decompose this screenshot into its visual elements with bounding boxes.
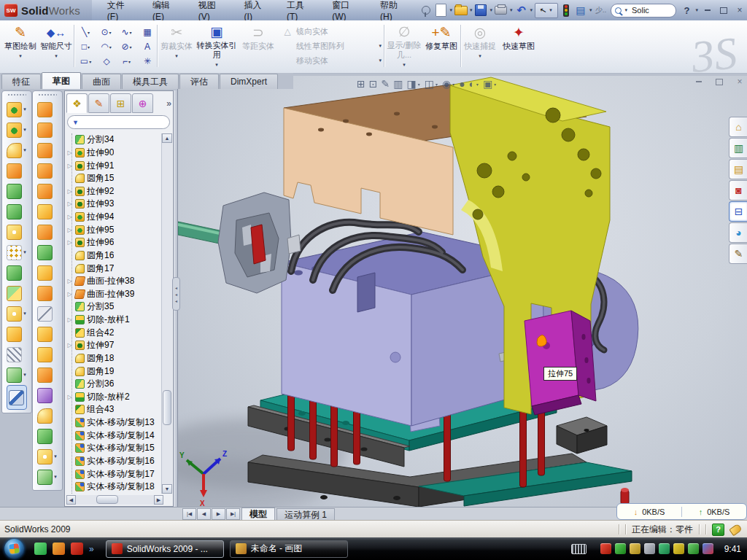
tree-item[interactable]: ▷ 拉伸97 [66, 339, 163, 352]
arc-icon[interactable]: ◠▾ [96, 39, 117, 54]
tree-item[interactable]: ▷ 拉伸92 [66, 185, 163, 198]
tree-item[interactable]: ▷ 组合42 [66, 326, 163, 339]
tabs-overflow-button[interactable]: » [166, 93, 171, 113]
tree-item[interactable]: ▷ 圆角17 [66, 262, 163, 275]
graphics-area[interactable]: Y Z X ⊞▾⊡▾✎▾▥▾◨▾◫▾◉▾●▾◐▾▣▾ ⌂▥▤◙⊟◕✎ 拉伸75 [177, 76, 747, 507]
minimize-button[interactable] [700, 4, 715, 16]
boundary-surface-icon[interactable]: ▾ [37, 160, 58, 181]
trim-surface-icon[interactable]: ▾ [37, 365, 58, 385]
hscroll-thumb[interactable] [96, 495, 118, 504]
tree-item[interactable]: ▷ 圆角16 [66, 249, 163, 262]
swept-surface-icon[interactable]: ▾ [37, 99, 58, 120]
ribbon-tab[interactable]: DimXpert [220, 74, 278, 89]
tag-icon[interactable] [729, 523, 743, 536]
menu-item[interactable]: 插入(I) [235, 0, 277, 20]
circle-icon[interactable]: ⊙▾ [96, 25, 117, 39]
antivirus-icon[interactable] [600, 543, 611, 554]
expander-icon[interactable]: ▷ [66, 394, 73, 400]
menu-item[interactable]: 视图(V) [189, 0, 235, 20]
repair-sketch-button[interactable]: +✎ 修复草图 [425, 23, 458, 69]
annotations-icon[interactable]: ▣▾ [483, 78, 497, 90]
toolbar-grip[interactable] [38, 93, 57, 97]
taskbar-task-button[interactable]: SolidWorks 2009 - ... [106, 540, 224, 558]
open-file-icon[interactable] [454, 4, 468, 17]
search-box[interactable]: ▾ [611, 4, 676, 18]
menu-item[interactable]: 文件(F) [98, 0, 143, 20]
expander-icon[interactable]: ▷ [66, 227, 73, 233]
view-orientation-icon[interactable]: ◨▾ [406, 78, 420, 90]
untrim-surface-icon[interactable]: ▾ [37, 344, 58, 365]
ellipse-icon[interactable]: ⊘▾ [117, 39, 137, 54]
rapid-sketch-button[interactable]: ✦ 快速草图 [500, 23, 537, 69]
rectangle-icon[interactable]: □▾ [76, 39, 96, 54]
text-icon[interactable]: A▾ [137, 39, 158, 54]
expander-icon[interactable]: ▷ [66, 291, 73, 298]
new-file-icon[interactable] [434, 4, 447, 17]
appearances-scenes-icon[interactable]: ◕ [729, 222, 747, 243]
fillet-icon[interactable]: ▾ [7, 140, 27, 160]
splitter-grip[interactable]: ◂◂◂ [172, 277, 180, 311]
delete-face-icon[interactable]: ▾ [37, 303, 58, 324]
zoom-area-icon[interactable]: ⊡▾ [369, 78, 378, 90]
tree-item[interactable]: ▷ 圆角15 [66, 172, 163, 185]
vscroll-thumb[interactable] [163, 390, 171, 425]
display-style-icon[interactable]: ◫▾ [425, 78, 438, 90]
badge-icon[interactable] [630, 543, 640, 554]
undo-icon[interactable]: ↶ [514, 4, 527, 17]
scroll-down-icon[interactable]: ▼ [162, 484, 172, 494]
pattern-icon[interactable]: ▾ [7, 242, 27, 262]
taskbar-clock[interactable]: 9:41 [724, 544, 741, 554]
tree-horizontal-scrollbar[interactable]: ◀ ▶ [66, 495, 163, 505]
tree-item[interactable]: ▷ 分割35 [66, 300, 163, 314]
media-icon[interactable] [53, 542, 65, 555]
panel-splitter[interactable]: ◂◂◂ [174, 90, 177, 507]
doc-close-button[interactable]: × [732, 76, 747, 88]
expander-icon[interactable]: ▷ [66, 201, 73, 207]
scroll-left-icon[interactable]: ◀ [66, 495, 76, 505]
knit-surface-icon[interactable]: ▾ [37, 385, 58, 405]
section-view-icon[interactable]: ▥▾ [393, 78, 403, 90]
doc-restore-button[interactable] [712, 76, 727, 88]
tree-item[interactable]: ▷ 拉伸93 [66, 198, 163, 211]
next-tab-button[interactable]: ▶ [212, 508, 225, 520]
filter-input[interactable] [82, 117, 165, 128]
defender-icon[interactable] [688, 543, 699, 554]
expander-icon[interactable]: ▷ [66, 163, 73, 169]
select-tool[interactable]: ↖▾ [535, 3, 558, 18]
mirror-entities-button[interactable]: △镜向实体 [282, 24, 382, 39]
input-method-icon[interactable] [571, 544, 587, 554]
spline-icon[interactable]: ∿▾ [117, 25, 137, 39]
first-tab-button[interactable]: |◀ [182, 508, 196, 520]
ribbon-tab[interactable]: 模具工具 [122, 74, 179, 89]
ribbon-tab[interactable]: 评估 [179, 74, 219, 89]
offset-entities-button[interactable]: ⊃ 等距实体 [241, 23, 276, 69]
extruded-boss-icon[interactable]: ▾ [7, 99, 27, 120]
tree-item[interactable]: ▷ 实体-移动/复制14 [66, 429, 163, 442]
solidworks-resources-icon[interactable]: ◙ [729, 180, 747, 201]
tree-item[interactable]: ▷ 实体-移动/复制13 [66, 416, 163, 429]
sync-icon[interactable] [703, 543, 713, 554]
smart-dimension-button[interactable]: ◆↔ 智能尺寸▾ [39, 23, 73, 69]
tree-item[interactable]: ▷ 圆角19 [66, 365, 163, 378]
tree-item[interactable]: ▷ 拉伸94 [66, 211, 163, 224]
toolbar-grip[interactable] [7, 93, 26, 97]
expander-icon[interactable]: ▷ [66, 278, 73, 284]
propertymanager-tab[interactable]: ✎ [88, 93, 109, 113]
mirror-icon[interactable]: ▾ [7, 262, 27, 283]
tree-item[interactable]: ▷ 分割34 [66, 133, 163, 147]
document-tab[interactable]: 运动算例 1 [276, 508, 335, 521]
tree-filter[interactable]: ▼ [67, 115, 170, 129]
extruded-cut-icon[interactable]: ▾ [7, 120, 27, 140]
menu-item[interactable]: 编辑(E) [143, 0, 189, 20]
quick-snaps-button[interactable]: ◎ 快速捕捉▾ [462, 23, 498, 69]
revolved-surface-icon[interactable]: ▾ [37, 120, 58, 140]
instant3d-icon[interactable]: ▾ [7, 385, 27, 410]
expander-icon[interactable]: ▷ [66, 239, 73, 246]
prev-tab-button[interactable]: ◀ [197, 508, 211, 520]
curves-icon[interactable]: ▾ [37, 467, 58, 487]
filled-surface-icon[interactable]: ▾ [37, 181, 58, 201]
dimxpertmanager-tab[interactable]: ⊕ [132, 93, 153, 113]
security-shield-icon[interactable] [615, 543, 626, 554]
rebuild-icon[interactable] [560, 4, 573, 17]
hole-wizard-icon[interactable]: ▾ [7, 222, 27, 242]
